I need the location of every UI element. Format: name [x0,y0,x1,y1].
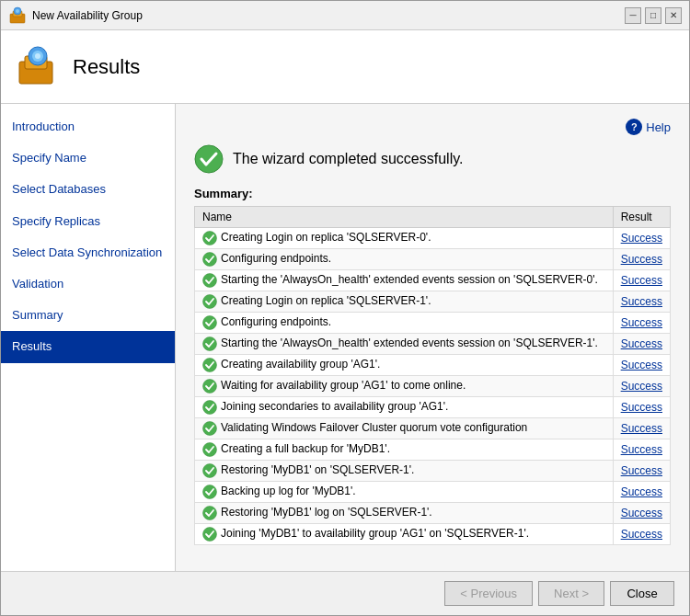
page-title: Results [73,55,140,79]
header-icon [16,45,60,89]
window-controls: ─ □ ✕ [625,7,682,24]
table-row: Creating Login on replica 'SQLSERVER-1'.… [195,291,671,313]
row-success-icon [202,252,217,267]
main-content: IntroductionSpecify NameSelect Databases… [1,104,689,571]
svg-point-20 [203,443,217,457]
row-result[interactable]: Success [613,355,670,376]
row-result[interactable]: Success [613,418,670,439]
window-title: New Availability Group [32,9,625,22]
row-name: Starting the 'AlwaysOn_health' extended … [195,270,614,291]
row-success-icon [202,421,217,436]
table-row: Joining 'MyDB1' to availability group 'A… [195,524,671,545]
results-table: Name Result Creating Login on replica 'S… [194,206,671,545]
row-name: Validating Windows Failover Cluster quor… [195,418,614,439]
table-row: Restoring 'MyDB1' log on 'SQLSERVER-1'.S… [195,503,671,524]
svg-point-3 [16,9,19,13]
row-result[interactable]: Success [613,461,670,482]
col-header-result: Result [613,207,670,228]
page-header: Results [1,30,689,104]
row-success-icon [202,315,217,330]
row-result[interactable]: Success [613,376,670,397]
content-area: ? Help The wizard completed successfully… [176,104,689,571]
row-name: Creating Login on replica 'SQLSERVER-0'. [195,228,614,249]
svg-point-11 [203,253,217,267]
help-label: Help [646,120,671,134]
table-row: Restoring 'MyDB1' on 'SQLSERVER-1'.Succe… [195,461,671,482]
row-result[interactable]: Success [613,524,670,545]
row-name: Joining 'MyDB1' to availability group 'A… [195,524,614,545]
table-row: Configuring endpoints.Success [195,249,671,270]
row-name: Creating a full backup for 'MyDB1'. [195,439,614,461]
table-row: Starting the 'AlwaysOn_health' extended … [195,334,671,355]
sidebar-item-specify-replicas[interactable]: Specify Replicas [1,206,175,237]
title-bar: New Availability Group ─ □ ✕ [1,1,689,30]
row-name: Starting the 'AlwaysOn_health' extended … [195,334,614,355]
row-name: Restoring 'MyDB1' on 'SQLSERVER-1'. [195,461,614,482]
svg-point-23 [203,507,217,520]
svg-point-17 [203,380,217,394]
svg-point-18 [203,401,217,415]
row-success-icon [202,337,217,351]
sidebar-item-summary[interactable]: Summary [1,300,175,331]
help-link[interactable]: ? Help [194,119,671,135]
svg-point-19 [203,422,217,436]
footer: < Previous Next > Close [1,571,689,615]
summary-label: Summary: [194,187,671,200]
col-header-name: Name [195,207,614,228]
close-button[interactable]: ✕ [665,7,682,24]
sidebar-item-specify-name[interactable]: Specify Name [1,143,175,174]
help-icon: ? [626,119,642,135]
svg-point-22 [203,485,217,499]
row-result[interactable]: Success [613,334,670,355]
sidebar-item-results[interactable]: Results [1,331,175,362]
svg-point-16 [203,359,217,372]
success-check-icon [194,144,224,174]
table-row: Backing up log for 'MyDB1'.Success [195,482,671,503]
row-name: Restoring 'MyDB1' log on 'SQLSERVER-1'. [195,503,614,524]
sidebar-item-select-data-sync[interactable]: Select Data Synchronization [1,237,175,268]
row-success-icon [202,231,217,245]
row-success-icon [202,400,217,415]
row-success-icon [202,273,217,288]
row-result[interactable]: Success [613,291,670,313]
maximize-button[interactable]: □ [645,7,661,24]
minimize-button[interactable]: ─ [625,7,641,24]
svg-point-9 [195,145,223,173]
table-row: Creating Login on replica 'SQLSERVER-0'.… [195,228,671,249]
svg-point-12 [203,274,217,288]
row-name: Creating Login on replica 'SQLSERVER-1'. [195,291,614,313]
row-result[interactable]: Success [613,397,670,418]
next-button[interactable]: Next > [538,581,604,606]
previous-button[interactable]: < Previous [444,581,533,606]
main-window: New Availability Group ─ □ ✕ Results Int… [0,0,690,616]
row-success-icon [202,506,217,520]
sidebar: IntroductionSpecify NameSelect Databases… [1,104,176,571]
svg-point-10 [203,232,217,245]
row-success-icon [202,485,217,499]
success-banner: The wizard completed successfully. [194,144,671,174]
sidebar-item-introduction[interactable]: Introduction [1,111,175,143]
row-name: Configuring endpoints. [195,313,614,334]
window-icon [8,6,27,25]
row-result[interactable]: Success [613,482,670,503]
table-row: Creating a full backup for 'MyDB1'.Succe… [195,439,671,461]
row-result[interactable]: Success [613,439,670,461]
row-result[interactable]: Success [613,313,670,334]
row-name: Joining secondaries to availability grou… [195,397,614,418]
row-success-icon [202,442,217,457]
svg-point-13 [203,295,217,309]
row-result[interactable]: Success [613,503,670,524]
row-result[interactable]: Success [613,270,670,291]
sidebar-item-select-databases[interactable]: Select Databases [1,174,175,205]
table-row: Validating Windows Failover Cluster quor… [195,418,671,439]
row-result[interactable]: Success [613,228,670,249]
table-row: Starting the 'AlwaysOn_health' extended … [195,270,671,291]
row-result[interactable]: Success [613,249,670,270]
sidebar-item-validation[interactable]: Validation [1,268,175,300]
row-name: Waiting for availability group 'AG1' to … [195,376,614,397]
row-name: Configuring endpoints. [195,249,614,270]
row-name: Backing up log for 'MyDB1'. [195,482,614,503]
close-button-footer[interactable]: Close [610,581,674,606]
row-success-icon [202,463,217,478]
table-row: Configuring endpoints.Success [195,313,671,334]
